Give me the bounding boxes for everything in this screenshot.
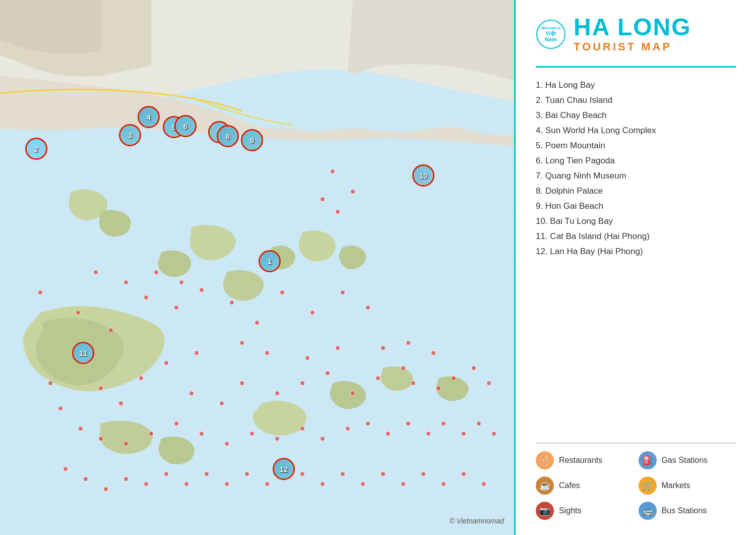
poi-dot xyxy=(275,436,280,441)
poi-dot xyxy=(164,471,169,477)
poi-dot xyxy=(300,381,305,386)
attraction-item-4: 4. Sun World Ha Long Complex xyxy=(536,123,736,138)
sidebar: Welcome to Việt Nam HA LONG TOURIST MAP … xyxy=(514,0,756,535)
poi-dot xyxy=(199,287,204,292)
legend-item-restaurants: 🍴 Restaurants xyxy=(536,451,634,469)
poi-dot xyxy=(149,431,154,436)
poi-dot xyxy=(224,441,229,446)
poi-dot xyxy=(98,386,103,391)
map-marker-2[interactable]: 2 xyxy=(25,138,47,160)
poi-dot xyxy=(275,391,280,396)
legend-icon-cafes: ☕ xyxy=(536,477,554,495)
map-marker-6[interactable]: 6 xyxy=(174,115,197,137)
legend-label-gas-stations: Gas Stations xyxy=(662,456,708,465)
poi-dot xyxy=(76,310,81,315)
poi-dot xyxy=(249,431,255,436)
poi-dot xyxy=(219,401,224,406)
svg-text:Nam: Nam xyxy=(545,36,557,42)
poi-dot xyxy=(360,482,365,487)
poi-dot xyxy=(199,431,204,436)
poi-dot xyxy=(441,482,446,487)
marker-label-4: 4 xyxy=(139,107,158,127)
poi-dot xyxy=(320,436,325,441)
poi-dot xyxy=(305,355,310,361)
marker-label-3: 3 xyxy=(120,126,140,145)
poi-dot xyxy=(144,482,149,487)
poi-dot xyxy=(229,300,234,305)
poi-dot xyxy=(350,189,355,194)
logo-area: Welcome to Việt Nam HA LONG TOURIST MAP xyxy=(536,15,736,53)
attraction-item-2: 2. Tuan Chau Island xyxy=(536,93,736,108)
poi-dot xyxy=(118,401,123,406)
poi-dot xyxy=(340,290,345,295)
poi-dot xyxy=(108,328,113,333)
poi-dot xyxy=(83,477,88,482)
poi-dot xyxy=(461,431,466,436)
copyright-text: © Vietnamnomad xyxy=(450,517,504,525)
poi-dot xyxy=(441,421,446,426)
page-title-main: HA LONG xyxy=(574,15,691,39)
marker-label-10: 10 xyxy=(414,166,433,185)
poi-dot xyxy=(123,477,129,482)
legend-item-markets: 🛒 Markets xyxy=(639,477,736,495)
title-divider xyxy=(536,66,736,68)
attraction-item-8: 8. Dolphin Palace xyxy=(536,184,736,199)
poi-dot xyxy=(491,431,496,436)
poi-dot xyxy=(103,487,108,492)
attraction-item-12: 12. Lan Ha Bay (Hai Phong) xyxy=(536,244,736,259)
poi-dot xyxy=(421,471,426,477)
map-marker-11[interactable]: 11 xyxy=(72,342,94,364)
map-area: 123456789101112 © Vietnamnomad xyxy=(0,0,514,535)
poi-dot xyxy=(204,471,209,477)
poi-dot xyxy=(340,471,345,477)
legend-icon-restaurants: 🍴 xyxy=(536,451,554,469)
poi-dot xyxy=(451,376,456,381)
map-background xyxy=(0,0,514,535)
attractions-list: 1. Ha Long Bay2. Tuan Chau Island3. Bai … xyxy=(536,78,736,438)
attraction-item-7: 7. Quang Ninh Museum xyxy=(536,168,736,184)
map-marker-4[interactable]: 4 xyxy=(138,106,160,128)
poi-dot xyxy=(406,340,411,345)
marker-label-9: 9 xyxy=(242,131,262,150)
poi-dot xyxy=(406,421,411,426)
map-marker-12[interactable]: 12 xyxy=(273,458,295,480)
map-marker-3[interactable]: 3 xyxy=(119,124,141,146)
poi-dot xyxy=(154,270,159,275)
poi-dot xyxy=(300,426,305,431)
poi-dot xyxy=(335,209,340,214)
poi-dot xyxy=(38,290,43,295)
poi-dot xyxy=(310,310,315,315)
attraction-item-1: 1. Ha Long Bay xyxy=(536,78,736,93)
legend-item-cafes: ☕ Cafes xyxy=(536,477,634,495)
title-block: HA LONG TOURIST MAP xyxy=(574,15,691,53)
poi-dot xyxy=(330,169,335,174)
legend-label-markets: Markets xyxy=(662,481,690,490)
poi-dot xyxy=(345,426,350,431)
poi-dot xyxy=(381,345,386,350)
poi-dot xyxy=(63,466,68,471)
poi-dot xyxy=(381,471,386,477)
map-marker-10[interactable]: 10 xyxy=(412,164,434,187)
poi-dot xyxy=(255,320,260,325)
legend-label-bus-stations: Bus Stations xyxy=(662,506,707,515)
map-marker-8[interactable]: 8 xyxy=(217,125,239,147)
marker-label-6: 6 xyxy=(176,116,195,136)
poi-dot xyxy=(239,381,244,386)
poi-dot xyxy=(486,381,491,386)
poi-dot xyxy=(481,482,486,487)
map-marker-1[interactable]: 1 xyxy=(259,250,281,272)
poi-dot xyxy=(300,471,305,477)
poi-dot xyxy=(189,391,194,396)
legend-item-sights: 📷 Sights xyxy=(536,502,634,520)
marker-label-11: 11 xyxy=(74,343,93,363)
poi-dot xyxy=(320,482,325,487)
poi-dot xyxy=(194,350,199,355)
map-marker-9[interactable]: 9 xyxy=(241,129,263,151)
poi-dot xyxy=(174,421,179,426)
poi-dot xyxy=(48,381,53,386)
poi-dot xyxy=(144,295,149,300)
legend-label-sights: Sights xyxy=(559,506,581,515)
poi-dot xyxy=(123,280,129,285)
legend-icon-gas-stations: ⛽ xyxy=(639,451,657,469)
poi-dot xyxy=(179,280,184,285)
